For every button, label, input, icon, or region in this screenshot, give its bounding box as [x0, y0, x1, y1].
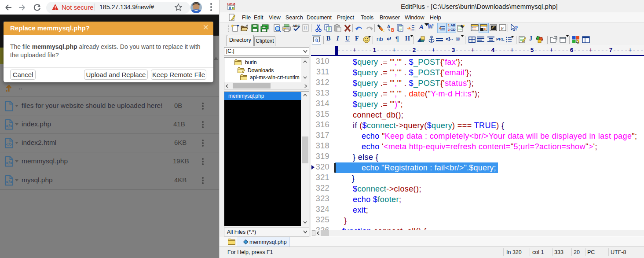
- svg-text:</>: </>: [6, 142, 13, 147]
- svg-text:</>: </>: [6, 161, 13, 166]
- svg-text:A: A: [387, 24, 390, 29]
- svg-text:</>: </>: [6, 124, 13, 129]
- svg-text:F: F: [501, 26, 504, 31]
- svg-text:H: H: [304, 26, 307, 30]
- svg-text:B: B: [391, 28, 394, 32]
- svg-text:2: 2: [410, 29, 412, 32]
- svg-text:</>: </>: [6, 180, 13, 184]
- svg-text:1: 1: [410, 25, 412, 28]
- svg-text:?: ?: [515, 25, 518, 32]
